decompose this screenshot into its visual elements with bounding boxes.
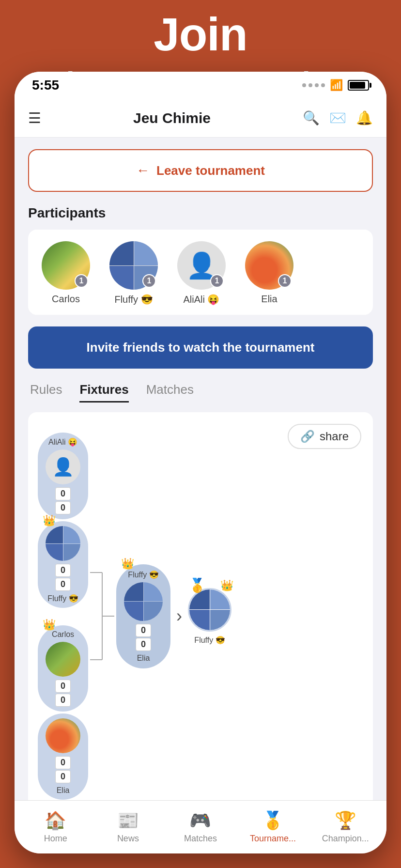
semi2-p1: Carlos 👑 0 0: [38, 625, 88, 712]
nav-tournaments[interactable]: 🥇 Tourname...: [237, 810, 309, 844]
avatar-wrapper-fluffy: 1: [109, 241, 158, 290]
semi2-match: Carlos 👑 0 0: [38, 625, 88, 800]
semi1-match: AliAli 😝 👤 0 0: [38, 433, 88, 608]
badge-elia: 1: [278, 274, 292, 288]
nav-matches-label: Matches: [184, 834, 217, 844]
app-header: ☰ Jeu Chimie 🔍 ✉️ 🔔: [15, 99, 386, 138]
mail-icon[interactable]: ✉️: [329, 110, 346, 126]
badge-fluffy: 1: [142, 274, 156, 288]
tab-rules[interactable]: Rules: [30, 382, 62, 403]
final-match: 👑 Fluffy 😎 0 0 Elia: [116, 564, 170, 668]
bottom-nav: 🏠 Home 📰 News 🎮 Matches 🥇 Tourname... 🏆 …: [15, 800, 386, 853]
search-icon[interactable]: 🔍: [303, 110, 320, 126]
signal-dots-icon: [302, 83, 325, 87]
invite-friends-button[interactable]: Invite friends to watch the tournament: [28, 326, 373, 369]
avatar-wrapper-elia: 1: [245, 241, 293, 290]
news-icon: 📰: [117, 810, 139, 831]
badge-aliali: 1: [210, 274, 224, 288]
nav-champions[interactable]: 🏆 Champion...: [309, 810, 382, 844]
tab-matches[interactable]: Matches: [146, 382, 194, 403]
participant-aliali: 👤 1 AliAli 😝: [172, 241, 231, 305]
fixtures-card: 🔗 share AliAli 😝 👤: [28, 412, 373, 800]
participant-fluffy: 1 Fluffy 😎: [105, 241, 163, 305]
tournaments-icon: 🥇: [262, 810, 284, 831]
battery-icon: [348, 80, 369, 91]
bell-icon[interactable]: 🔔: [356, 110, 373, 126]
semi1-p2: 👑 0 0: [38, 521, 88, 608]
participants-title: Participants: [28, 205, 373, 221]
semifinal-round: AliAli 😝 👤 0 0: [38, 433, 88, 800]
badge-carlos: 1: [75, 274, 88, 288]
semi1-p1: AliAli 😝 👤 0 0: [38, 433, 88, 519]
app-title: Jeu Chimie: [41, 110, 303, 126]
scroll-content: ← Leave tournament Participants 1 Carlos: [15, 138, 386, 800]
tab-fixtures[interactable]: Fixtures: [79, 382, 128, 403]
wifi-icon: 📶: [330, 79, 343, 92]
header-actions: 🔍 ✉️ 🔔: [303, 110, 373, 126]
participant-carlos: 1 Carlos: [37, 241, 95, 305]
nav-home-label: Home: [44, 834, 67, 844]
leave-tournament-label: Leave tournament: [156, 163, 265, 178]
home-icon: 🏠: [45, 810, 66, 831]
champions-icon: 🏆: [335, 810, 356, 831]
nav-news-label: News: [117, 834, 139, 844]
phone-frame: 5:55 📶 ☰ Jeu Chimie 🔍 ✉️ 🔔 ←: [15, 72, 386, 853]
participant-name-elia: Elia: [261, 294, 277, 305]
menu-icon[interactable]: ☰: [28, 111, 41, 125]
leave-tournament-button[interactable]: ← Leave tournament: [28, 149, 373, 192]
status-time: 5:55: [32, 78, 59, 93]
nav-home[interactable]: 🏠 Home: [19, 810, 92, 844]
participant-name-aliali: AliAli 😝: [183, 294, 219, 305]
participant-elia: 1 Elia: [240, 241, 298, 305]
participant-name-fluffy: Fluffy 😎: [114, 294, 153, 305]
status-bar: 5:55 📶: [15, 72, 386, 99]
status-icons: 📶: [302, 79, 369, 92]
fixtures-tabs: Rules Fixtures Matches: [28, 382, 373, 403]
matches-icon: 🎮: [189, 810, 211, 831]
share-label: share: [320, 430, 349, 443]
nav-tournaments-label: Tourname...: [250, 834, 296, 844]
nav-news[interactable]: 📰 News: [92, 810, 165, 844]
avatar-wrapper-aliali: 👤 1: [177, 241, 226, 290]
nav-matches[interactable]: 🎮 Matches: [164, 810, 237, 844]
share-icon: 🔗: [300, 430, 315, 443]
back-arrow-icon: ←: [136, 163, 150, 178]
arrow-right-icon: ›: [176, 606, 182, 626]
share-button[interactable]: 🔗 share: [288, 424, 361, 449]
semi2-p2: 0 0 Elia: [38, 713, 88, 800]
bracket-connector: [90, 524, 114, 708]
winner-display: 👑 🥇 Fluffy 😎: [188, 588, 231, 645]
avatar-wrapper-carlos: 1: [42, 241, 90, 290]
nav-champions-label: Champion...: [322, 834, 369, 844]
participants-card: 1 Carlos 1 Fluffy: [28, 230, 373, 315]
participant-name-carlos: Carlos: [52, 294, 80, 305]
bracket-layout: AliAli 😝 👤 0 0: [38, 433, 363, 800]
